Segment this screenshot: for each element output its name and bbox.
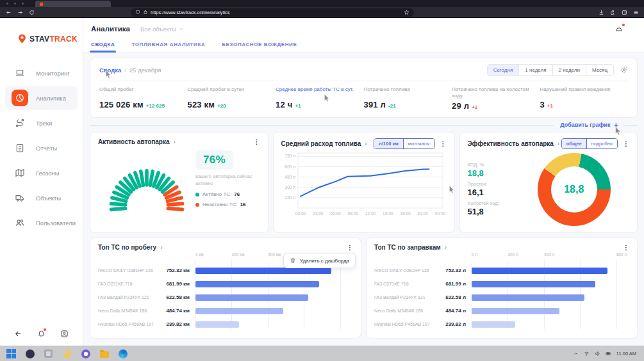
chevron-right-icon[interactable]: › [160, 244, 162, 251]
vehicle-value: 622.58 л [438, 294, 472, 300]
browser-tab[interactable] [35, 1, 111, 7]
value-bar[interactable] [195, 321, 239, 328]
chevron-right-icon[interactable]: › [557, 140, 559, 147]
stat-delta: -21 [388, 103, 396, 109]
sidebar-item-objects[interactable]: Объекты [5, 186, 78, 210]
chevron-right-icon[interactable]: › [174, 138, 176, 145]
kebab-menu-icon[interactable]: ⋮ [347, 245, 353, 251]
menu-icon[interactable] [633, 10, 639, 15]
chevron-up-icon[interactable] [573, 351, 579, 357]
media-app-icon[interactable] [81, 349, 90, 358]
account-icon[interactable] [60, 330, 69, 338]
value-bar[interactable] [472, 308, 559, 314]
value-bar[interactable] [195, 294, 308, 301]
tab-2[interactable]: БЕЗОПАСНОЕ ВОЖДЕНИЕ [222, 42, 297, 52]
kebab-menu-icon[interactable]: ⋮ [254, 139, 260, 145]
fuel-toggle-1[interactable]: моточасы [403, 139, 434, 148]
windows-start-icon[interactable] [6, 349, 16, 358]
fuel-toggle-0[interactable]: л/100 км [374, 139, 403, 148]
value-bar[interactable] [195, 281, 319, 287]
apps-icon[interactable] [44, 349, 53, 358]
collapse-sidebar-icon[interactable] [14, 330, 22, 338]
card-title[interactable]: Топ ТС по пробегу [98, 244, 156, 251]
objects-icon [12, 189, 28, 206]
extension-icon[interactable] [610, 10, 616, 15]
vehicle-name: ГАЗ О271КЕ 716 [98, 282, 162, 286]
sidebar-item-reports[interactable]: Отчёты [5, 136, 78, 160]
kebab-menu-icon[interactable]: ⋮ [623, 141, 629, 147]
value-bar[interactable] [472, 281, 595, 287]
card-title[interactable]: Активность автопарка [98, 138, 170, 145]
system-tray [573, 351, 611, 357]
url-text[interactable]: https://www.stavtrack.online/analytics [151, 10, 401, 15]
svg-text:600 л: 600 л [285, 164, 295, 169]
sidebar-item-analytics[interactable]: Аналитика [5, 86, 78, 110]
efficiency-toggle-0[interactable]: общее [562, 139, 586, 148]
firefox-icon[interactable] [25, 349, 35, 358]
tab-1[interactable]: ТОПЛИВНАЯ АНАЛИТИКА [131, 42, 205, 52]
window-control-dot[interactable] [6, 3, 8, 4]
forward-icon[interactable] [17, 10, 23, 15]
card-title[interactable]: Эффективность автопарка [468, 140, 554, 147]
edge-icon[interactable] [118, 349, 128, 358]
summary-breadcrumb-link[interactable]: Сводка [99, 67, 121, 74]
lock-icon[interactable] [143, 10, 148, 15]
value-bar[interactable] [472, 321, 515, 328]
vehicle-value: 239.82 км [162, 321, 195, 327]
value-bar[interactable] [195, 268, 331, 274]
tab-0[interactable]: СВОДКА [91, 42, 115, 52]
card-title[interactable]: Средний расход топлива [281, 140, 361, 147]
tracking-shield-icon[interactable] [135, 10, 140, 15]
chevron-right-icon[interactable]: › [365, 140, 367, 147]
top-mileage-card: Топ ТС по пробегу › ⋮ Удалить с дашборда… [90, 237, 361, 339]
activity-legend: Активно ТС:76 Неактивно ТС:16 [195, 191, 260, 207]
window-control-dot[interactable] [22, 3, 24, 4]
sidebar-item-users[interactable]: Пользователи [5, 211, 78, 235]
card-title[interactable]: Топ ТС по заправкам [374, 244, 441, 251]
kebab-menu-icon[interactable]: ⋮ [623, 245, 629, 251]
value-bar[interactable] [472, 268, 607, 274]
header-notification-icon[interactable] [615, 24, 623, 33]
vehicle-name: IVECO DAILY О281НР 126 [98, 268, 162, 273]
window-control-dot[interactable] [14, 3, 16, 4]
summary-card: Сводка / 25 декабря Сегодня1 неделя2 нед… [90, 58, 638, 118]
file-explorer-icon[interactable] [99, 349, 109, 358]
battery-icon[interactable] [606, 351, 611, 357]
chevron-right-icon[interactable]: › [445, 244, 447, 251]
sidebar-item-tracks[interactable]: Треки [5, 111, 78, 135]
svg-text:15:00: 15:00 [383, 211, 393, 216]
sidebar-item-monitoring[interactable]: Мониторинг [5, 61, 78, 85]
reload-icon[interactable] [29, 10, 35, 15]
bookmark-star-icon[interactable] [404, 10, 409, 15]
value-bar[interactable] [472, 294, 584, 301]
activity-percent: 76% [195, 150, 233, 170]
period-button-0[interactable]: Сегодня [488, 65, 519, 76]
bell-icon[interactable] [37, 330, 45, 338]
trash-icon [290, 257, 296, 264]
objects-filter-dropdown[interactable]: Все объекты [140, 26, 184, 33]
sidebar-item-geozones[interactable]: Геозоны [5, 161, 78, 185]
clock[interactable]: 11:00 AM [616, 351, 636, 357]
wifi-icon[interactable] [584, 351, 590, 357]
period-button-3[interactable]: Месяц [586, 65, 613, 76]
url-bar[interactable]: https://www.stavtrack.online/analytics [131, 8, 414, 17]
volume-icon[interactable] [595, 351, 600, 357]
add-chart-link[interactable]: Добавить график [560, 122, 610, 128]
sidebar-panel-icon[interactable] [622, 10, 627, 15]
kebab-menu-icon[interactable]: ⋮ [440, 141, 447, 147]
period-selector: Сегодня1 неделя2 неделиМесяц [487, 64, 614, 76]
value-bar[interactable] [195, 308, 283, 314]
plus-icon[interactable]: + [613, 121, 618, 129]
efficiency-toggle-1[interactable]: подробно [586, 139, 617, 148]
os-taskbar: 11:00 AM [0, 346, 644, 361]
back-icon[interactable] [6, 10, 12, 15]
gear-icon[interactable] [620, 66, 628, 74]
downloads-icon[interactable] [599, 10, 604, 15]
period-button-1[interactable]: 1 неделя [518, 65, 552, 76]
stavtrack-logo[interactable]: STAVTRACK [17, 33, 83, 44]
tracks-icon [12, 115, 28, 131]
remove-from-dashboard-button[interactable]: Удалить с дашборда [283, 253, 356, 268]
moon-app-icon[interactable] [62, 349, 72, 358]
efficiency-stats: КПД, %:18,8 Простои16,1 Холостой ход:51,… [468, 159, 519, 216]
period-button-2[interactable]: 2 недели [552, 65, 586, 76]
